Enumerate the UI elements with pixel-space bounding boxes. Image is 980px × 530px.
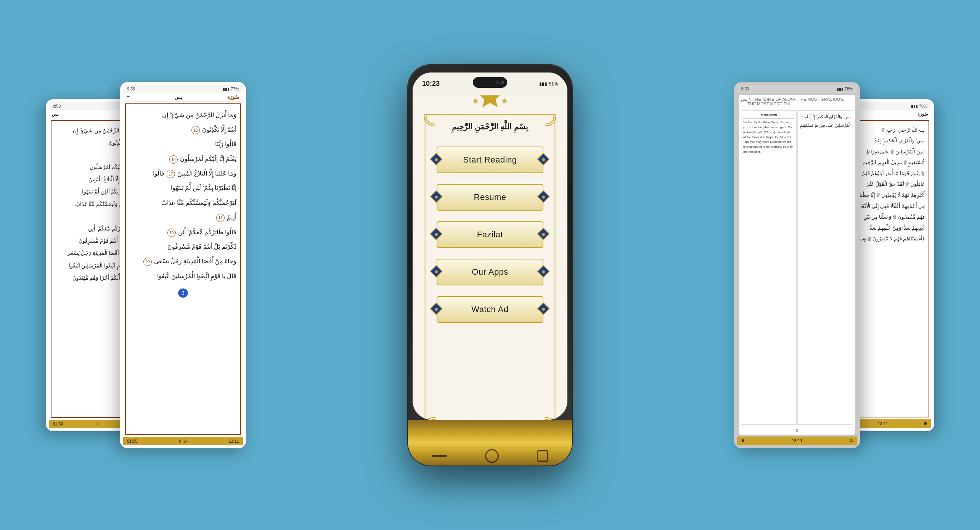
svg-point-27	[542, 233, 545, 236]
battery-label: 51%	[549, 81, 558, 87]
fazilat-button[interactable]: Fazilat	[437, 221, 543, 248]
right-status-bar: 9:59 ▮▮▮ 78%	[737, 85, 857, 93]
diamond-ornament-icon	[430, 153, 443, 166]
svg-point-21	[435, 195, 438, 198]
watch-ad-label: Watch Ad	[471, 304, 508, 314]
far-left-timecode: 01:56	[53, 422, 63, 426]
start-reading-ornament-left	[430, 153, 443, 166]
watch-ad-button[interactable]: Watch Ad	[437, 296, 543, 323]
our-apps-button[interactable]: Our Apps	[437, 259, 543, 285]
left-time: 9:59	[127, 87, 135, 91]
home-nav-icon[interactable]	[485, 449, 499, 463]
left-surah: يس	[175, 94, 183, 100]
watch-ad-ornament-left	[430, 303, 443, 316]
phones-container: 9:58 ▮▮▮ 78% يس سُورَة وَمَا أَنزَلَ الر…	[32, 27, 948, 504]
fazilat-label: Fazilat	[477, 230, 503, 240]
resume-diamond-left-icon	[430, 190, 443, 204]
start-reading-button[interactable]: Start Reading	[437, 147, 543, 173]
svg-point-17	[435, 158, 438, 161]
far-right-surah-label: سُورَة	[917, 111, 928, 117]
start-reading-ornament-right	[537, 153, 550, 166]
far-left-time: 9:58	[53, 104, 61, 108]
fazilat-diamond-right-icon	[537, 228, 550, 241]
right-bottom-bar: ⏸ 13:11 ⚙	[737, 437, 857, 445]
fazilat-ornament-right	[537, 228, 550, 241]
right-battery: ▮▮▮ 78%	[837, 87, 853, 92]
right-book-view: يس IN THE NAME OF ALLAH, THE MOST GRACIO…	[739, 95, 855, 435]
fazilat-diamond-left-icon	[430, 228, 443, 241]
bismillah-text: بِسْمِ اللَّهِ الرَّحْمَنِ الرَّحِيمِ	[437, 122, 543, 131]
our-apps-ornament-left	[430, 265, 443, 279]
left-battery: ▮▮▮ 77%	[223, 87, 239, 92]
start-reading-label: Start Reading	[463, 155, 517, 165]
right-col1: Translation Ya Sin. By the Wise Quran. I…	[741, 110, 797, 425]
navigation-bar	[413, 446, 567, 466]
right-time: 9:59	[741, 87, 749, 91]
left-bottom-bar: 01:55 ⏸ ⚙ 13:11	[123, 437, 243, 445]
svg-point-19	[542, 158, 545, 161]
svg-point-9	[474, 99, 477, 103]
resume-button[interactable]: Resume	[437, 184, 543, 211]
watch-ad-diamond-right-icon	[537, 303, 550, 316]
resume-ornament-right	[537, 190, 550, 204]
camera-module	[473, 77, 507, 88]
left-status-bar: 9:59 ▮▮▮ 77%	[123, 85, 243, 93]
svg-point-31	[542, 270, 545, 273]
resume-diamond-right-icon	[537, 190, 550, 204]
svg-point-23	[542, 195, 545, 198]
svg-point-25	[435, 233, 438, 236]
center-phone: 10:23 ▮▮▮ 51%	[408, 65, 572, 466]
signal-icon: ▮▮▮	[539, 81, 547, 87]
svg-marker-10	[472, 98, 479, 103]
recent-nav-icon[interactable]	[537, 450, 548, 462]
center-time: 10:23	[422, 80, 440, 88]
svg-point-29	[435, 270, 438, 273]
screen-main-content: بِسْمِ اللَّهِ الرَّحْمَنِ الرَّحِيمِ	[413, 95, 567, 420]
svg-marker-8	[479, 95, 501, 107]
our-apps-diamond-left-icon	[430, 265, 443, 279]
center-status-icons: ▮▮▮ 51%	[539, 81, 558, 87]
phone-screen: 10:23 ▮▮▮ 51%	[413, 72, 567, 420]
our-apps-label: Our Apps	[472, 267, 508, 277]
far-right-battery: ▮▮▮ 78%	[911, 104, 927, 109]
far-left-surah: يس	[52, 111, 59, 117]
diamond-ornament-right-icon	[537, 153, 550, 166]
camera-lens-2	[501, 81, 504, 84]
right-screen: 9:59 ▮▮▮ 78% يس IN THE NAME OF ALLAH, TH…	[734, 82, 860, 448]
svg-point-33	[435, 308, 438, 311]
watch-ad-diamond-left-icon	[430, 303, 443, 316]
left-header: ٣ يس سُورَة	[123, 93, 243, 101]
svg-point-11	[503, 99, 506, 103]
watch-ad-ornament-right	[537, 303, 550, 316]
svg-marker-12	[501, 98, 508, 103]
left-surah-label: سُورَة	[227, 94, 239, 100]
phone-notch: 10:23 ▮▮▮ 51%	[413, 72, 567, 95]
far-left-controls: ⏸	[95, 422, 100, 426]
svg-point-35	[542, 308, 545, 311]
left-page: ٣	[127, 94, 130, 100]
our-apps-ornament-right	[537, 265, 550, 279]
back-nav-icon[interactable]	[432, 455, 447, 457]
left-screen: 9:59 ▮▮▮ 77% ٣ يس سُورَة وَمَا أَنزَلَ ا…	[120, 82, 246, 448]
fazilat-ornament-left	[430, 228, 443, 241]
page-number-badge: 3	[130, 287, 236, 299]
left-text: وَمَا أَنزَلَ الرَّحْمَٰنُ مِن شَيْءٍ ۖ …	[125, 103, 241, 435]
menu-buttons-container: Start Reading	[413, 147, 567, 323]
camera-lens-1	[496, 81, 500, 84]
resume-ornament-left	[430, 190, 443, 204]
phone-body: 10:23 ▮▮▮ 51%	[408, 65, 572, 466]
right-page-num: 6	[739, 427, 855, 435]
our-apps-diamond-right-icon	[537, 265, 550, 279]
resume-label: Resume	[474, 192, 506, 202]
right-col2: يس ۚ وَالْقُرْآنِ الْحَكِيمِ ۚ إِنَّكَ ل…	[797, 110, 853, 425]
